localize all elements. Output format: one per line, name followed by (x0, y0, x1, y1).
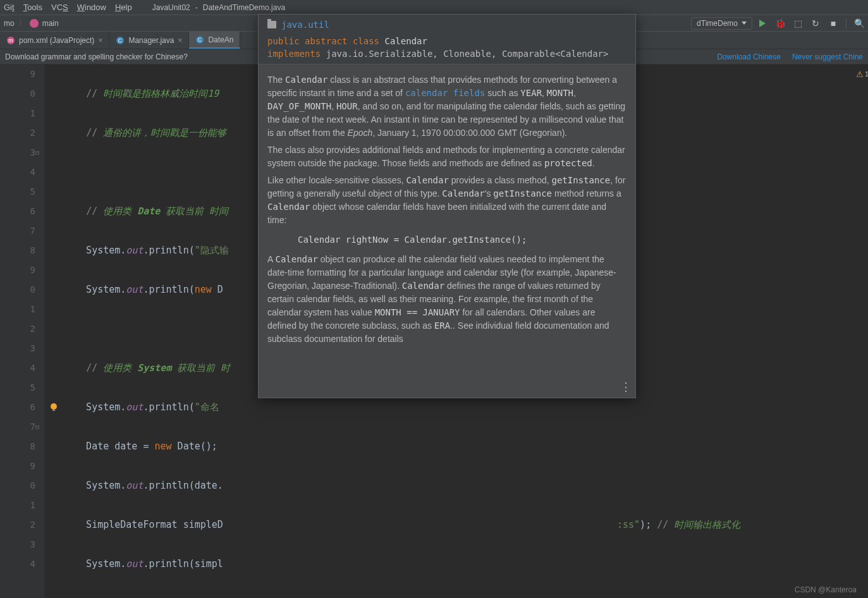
doc-more-icon[interactable]: ⋮ (620, 381, 632, 394)
svg-text:m: m (8, 37, 13, 44)
fold-icon[interactable]: ⊟ (35, 143, 40, 162)
tab-dateandtime[interactable]: C DateAn (189, 32, 240, 49)
banner-message: Download grammar and spelling checker fo… (5, 52, 188, 61)
tab-pom[interactable]: m pom.xml (JavaProject) × (0, 32, 109, 49)
close-icon[interactable]: × (178, 36, 182, 45)
breadcrumb-module[interactable]: mo (4, 19, 15, 28)
menu-git[interactable]: Git (4, 3, 15, 12)
stop-button[interactable]: ■ (828, 18, 838, 28)
download-chinese-link[interactable]: Download Chinese (717, 52, 781, 61)
fold-icon[interactable]: ⊟ (35, 417, 40, 437)
close-icon[interactable]: × (98, 36, 102, 45)
warning-count: 1 (865, 70, 868, 78)
folder-icon (267, 21, 276, 28)
svg-text:C: C (118, 37, 123, 44)
doc-signature: public abstract class Calendar implement… (267, 35, 627, 60)
title-breadcrumb: JavaUnit02 - DateAndTimeDemo.java (141, 3, 864, 12)
title-file: DateAndTimeDemo.java (203, 3, 285, 12)
tab-label: Manager.java (128, 36, 174, 45)
coverage-button[interactable]: ⬚ (793, 18, 803, 28)
doc-link[interactable]: calendar fields (405, 88, 485, 98)
documentation-popup[interactable]: java.util public abstract class Calendar… (258, 14, 636, 398)
tab-label: pom.xml (JavaProject) (19, 36, 94, 45)
menu-window[interactable]: Window (77, 3, 106, 12)
menu-tools[interactable]: Tools (23, 3, 42, 12)
menu-help[interactable]: Help (115, 3, 132, 12)
branch-dot-icon (30, 19, 39, 28)
class-file-icon: C (116, 36, 125, 45)
profiler-button[interactable]: ↻ (810, 18, 821, 28)
main-menu-bar: Git Tools VCS Window Help JavaUnit02 - D… (0, 0, 868, 15)
maven-file-icon: m (6, 36, 15, 45)
chevron-down-icon (742, 21, 747, 25)
git-branch[interactable]: main (30, 19, 59, 28)
doc-package-link[interactable]: java.util (281, 20, 329, 30)
inspection-indicator[interactable]: ⚠ 1 (857, 64, 868, 83)
svg-text:C: C (198, 37, 202, 43)
chevron-right-icon: 〉 (18, 18, 26, 28)
run-config-selector[interactable]: dTimeDemo (691, 17, 752, 30)
watermark: CSDN @Kanteroa (795, 585, 857, 594)
doc-code-example: Calendar rightNow = Calendar.getInstance… (298, 233, 627, 247)
never-suggest-link[interactable]: Never suggest Chine (792, 52, 863, 61)
doc-body[interactable]: The Calendar class is an abstract class … (259, 64, 635, 398)
menu-vcs[interactable]: VCS (51, 3, 68, 12)
debug-button[interactable]: 🐞 (775, 18, 785, 28)
branch-name: main (42, 19, 59, 28)
warning-icon: ⚠ (856, 70, 864, 79)
line-number-gutter: 901 234 567 890 123 456 789 012 34 ⊟ ⊟ (0, 64, 44, 598)
doc-header: java.util public abstract class Calendar… (259, 15, 635, 64)
run-config-name: dTimeDemo (697, 19, 738, 28)
play-icon (759, 20, 766, 27)
tab-manager[interactable]: C Manager.java × (109, 32, 189, 49)
run-button[interactable] (757, 18, 767, 28)
tab-label: DateAn (208, 35, 233, 44)
separator (846, 18, 847, 28)
search-everywhere-button[interactable]: 🔍 (854, 18, 864, 28)
title-project: JavaUnit02 (152, 3, 190, 12)
class-file-icon: C (195, 35, 204, 44)
